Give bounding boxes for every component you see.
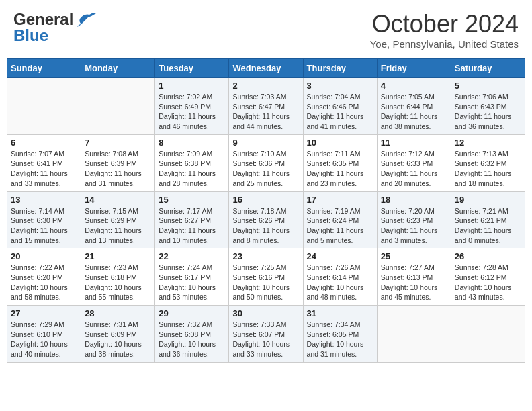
day-number: 5	[455, 81, 521, 91]
day-info: Sunrise: 7:02 AMSunset: 6:49 PMDaylight:…	[159, 92, 225, 132]
day-number: 2	[232, 81, 299, 91]
day-info: Sunrise: 7:33 AMSunset: 6:07 PMDaylight:…	[232, 320, 299, 359]
calendar-cell: 1Sunrise: 7:02 AMSunset: 6:49 PMDaylight…	[155, 78, 229, 135]
calendar-cell	[377, 306, 451, 363]
day-number: 24	[307, 251, 373, 261]
calendar-cell: 6Sunrise: 7:07 AMSunset: 6:41 PMDaylight…	[7, 134, 81, 191]
calendar-cell	[451, 306, 525, 363]
calendar-cell: 22Sunrise: 7:24 AMSunset: 6:17 PMDayligh…	[155, 248, 229, 306]
page-header: General Blue October 2024 Yoe, Pennsylva…	[7, 7, 525, 53]
calendar-cell	[81, 78, 155, 135]
calendar-cell: 4Sunrise: 7:05 AMSunset: 6:44 PMDaylight…	[377, 78, 451, 135]
day-number: 21	[85, 251, 151, 261]
calendar-cell: 28Sunrise: 7:31 AMSunset: 6:09 PMDayligh…	[81, 306, 155, 363]
calendar-cell: 25Sunrise: 7:27 AMSunset: 6:13 PMDayligh…	[377, 248, 451, 306]
day-number: 16	[232, 195, 299, 205]
day-info: Sunrise: 7:10 AMSunset: 6:36 PMDaylight:…	[232, 149, 299, 189]
day-info: Sunrise: 7:17 AMSunset: 6:27 PMDaylight:…	[159, 206, 225, 246]
weekday-header-sunday: Sunday	[7, 59, 81, 78]
day-number: 4	[381, 81, 447, 91]
weekday-header-wednesday: Wednesday	[229, 59, 303, 78]
day-number: 12	[455, 138, 521, 148]
calendar-cell: 27Sunrise: 7:29 AMSunset: 6:10 PMDayligh…	[7, 306, 81, 363]
day-number: 11	[381, 138, 447, 148]
weekday-header-row: SundayMondayTuesdayWednesdayThursdayFrid…	[7, 59, 525, 78]
calendar-week-row: 6Sunrise: 7:07 AMSunset: 6:41 PMDaylight…	[7, 134, 525, 191]
calendar-cell: 29Sunrise: 7:32 AMSunset: 6:08 PMDayligh…	[155, 306, 229, 363]
calendar-cell: 24Sunrise: 7:26 AMSunset: 6:14 PMDayligh…	[303, 248, 377, 306]
day-info: Sunrise: 7:08 AMSunset: 6:39 PMDaylight:…	[85, 149, 151, 189]
day-info: Sunrise: 7:11 AMSunset: 6:35 PMDaylight:…	[307, 149, 373, 189]
day-number: 19	[455, 195, 521, 205]
day-info: Sunrise: 7:14 AMSunset: 6:30 PMDaylight:…	[11, 206, 77, 246]
day-number: 13	[11, 195, 77, 205]
calendar-cell: 21Sunrise: 7:23 AMSunset: 6:18 PMDayligh…	[81, 248, 155, 306]
day-info: Sunrise: 7:31 AMSunset: 6:09 PMDaylight:…	[85, 320, 151, 359]
day-number: 7	[85, 138, 151, 148]
month-title: October 2024	[370, 10, 519, 38]
weekday-header-thursday: Thursday	[303, 59, 377, 78]
day-number: 22	[159, 251, 225, 261]
calendar-cell: 23Sunrise: 7:25 AMSunset: 6:16 PMDayligh…	[229, 248, 303, 306]
day-number: 25	[381, 251, 447, 261]
calendar-week-row: 20Sunrise: 7:22 AMSunset: 6:20 PMDayligh…	[7, 248, 525, 306]
calendar-cell: 16Sunrise: 7:18 AMSunset: 6:26 PMDayligh…	[229, 191, 303, 248]
calendar-cell: 9Sunrise: 7:10 AMSunset: 6:36 PMDaylight…	[229, 134, 303, 191]
day-number: 1	[159, 81, 225, 91]
day-number: 31	[307, 308, 373, 318]
weekday-header-friday: Friday	[377, 59, 451, 78]
day-info: Sunrise: 7:04 AMSunset: 6:46 PMDaylight:…	[307, 92, 373, 132]
day-info: Sunrise: 7:27 AMSunset: 6:13 PMDaylight:…	[381, 263, 447, 302]
day-number: 30	[232, 308, 299, 318]
day-info: Sunrise: 7:12 AMSunset: 6:33 PMDaylight:…	[381, 149, 447, 189]
day-info: Sunrise: 7:18 AMSunset: 6:26 PMDaylight:…	[232, 206, 299, 246]
day-number: 28	[85, 308, 151, 318]
day-number: 17	[307, 195, 373, 205]
location-label: Yoe, Pennsylvania, United States	[370, 38, 519, 50]
day-info: Sunrise: 7:26 AMSunset: 6:14 PMDaylight:…	[307, 263, 373, 302]
day-info: Sunrise: 7:22 AMSunset: 6:20 PMDaylight:…	[11, 263, 77, 302]
calendar-cell: 7Sunrise: 7:08 AMSunset: 6:39 PMDaylight…	[81, 134, 155, 191]
calendar-cell: 8Sunrise: 7:09 AMSunset: 6:38 PMDaylight…	[155, 134, 229, 191]
calendar-cell: 13Sunrise: 7:14 AMSunset: 6:30 PMDayligh…	[7, 191, 81, 248]
day-number: 26	[455, 251, 521, 261]
day-info: Sunrise: 7:09 AMSunset: 6:38 PMDaylight:…	[159, 149, 225, 189]
day-number: 27	[11, 308, 77, 318]
calendar-cell: 5Sunrise: 7:06 AMSunset: 6:43 PMDaylight…	[451, 78, 525, 135]
day-number: 29	[159, 308, 225, 318]
day-number: 14	[85, 195, 151, 205]
day-info: Sunrise: 7:34 AMSunset: 6:05 PMDaylight:…	[307, 320, 373, 359]
day-number: 3	[307, 81, 373, 91]
calendar-cell: 18Sunrise: 7:20 AMSunset: 6:23 PMDayligh…	[377, 191, 451, 248]
day-number: 15	[159, 195, 225, 205]
calendar-week-row: 13Sunrise: 7:14 AMSunset: 6:30 PMDayligh…	[7, 191, 525, 248]
calendar-cell: 19Sunrise: 7:21 AMSunset: 6:21 PMDayligh…	[451, 191, 525, 248]
weekday-header-monday: Monday	[81, 59, 155, 78]
day-info: Sunrise: 7:20 AMSunset: 6:23 PMDaylight:…	[381, 206, 447, 246]
logo: General Blue	[13, 10, 96, 45]
day-info: Sunrise: 7:21 AMSunset: 6:21 PMDaylight:…	[455, 206, 521, 246]
calendar-table: SundayMondayTuesdayWednesdayThursdayFrid…	[7, 58, 525, 363]
calendar-cell: 30Sunrise: 7:33 AMSunset: 6:07 PMDayligh…	[229, 306, 303, 363]
calendar-cell: 2Sunrise: 7:03 AMSunset: 6:47 PMDaylight…	[229, 78, 303, 135]
day-number: 23	[232, 251, 299, 261]
day-number: 10	[307, 138, 373, 148]
calendar-cell: 17Sunrise: 7:19 AMSunset: 6:24 PMDayligh…	[303, 191, 377, 248]
day-info: Sunrise: 7:15 AMSunset: 6:29 PMDaylight:…	[85, 206, 151, 246]
day-info: Sunrise: 7:25 AMSunset: 6:16 PMDaylight:…	[232, 263, 299, 302]
day-info: Sunrise: 7:07 AMSunset: 6:41 PMDaylight:…	[11, 149, 77, 189]
calendar-cell: 31Sunrise: 7:34 AMSunset: 6:05 PMDayligh…	[303, 306, 377, 363]
day-number: 6	[11, 138, 77, 148]
calendar-week-row: 1Sunrise: 7:02 AMSunset: 6:49 PMDaylight…	[7, 78, 525, 135]
calendar-week-row: 27Sunrise: 7:29 AMSunset: 6:10 PMDayligh…	[7, 306, 525, 363]
day-info: Sunrise: 7:13 AMSunset: 6:32 PMDaylight:…	[455, 149, 521, 189]
day-number: 8	[159, 138, 225, 148]
logo-blue: Blue	[13, 26, 48, 45]
day-number: 20	[11, 251, 77, 261]
day-info: Sunrise: 7:24 AMSunset: 6:17 PMDaylight:…	[159, 263, 225, 302]
day-number: 9	[232, 138, 299, 148]
logo-bird-icon	[75, 12, 96, 27]
title-block: October 2024 Yoe, Pennsylvania, United S…	[370, 10, 519, 50]
calendar-cell: 10Sunrise: 7:11 AMSunset: 6:35 PMDayligh…	[303, 134, 377, 191]
day-info: Sunrise: 7:03 AMSunset: 6:47 PMDaylight:…	[232, 92, 299, 132]
